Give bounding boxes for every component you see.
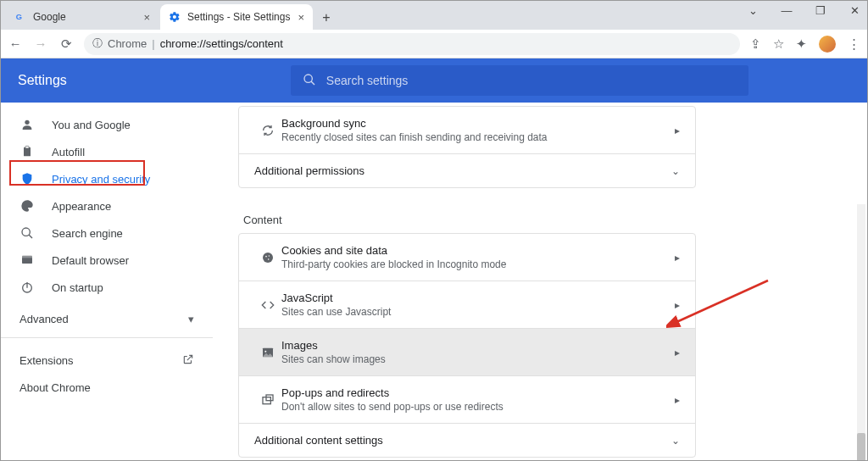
- site-info-icon[interactable]: ⓘ: [92, 36, 103, 51]
- svg-line-2: [311, 81, 314, 85]
- new-tab-button[interactable]: +: [314, 6, 338, 30]
- row-cookies[interactable]: Cookies and site data Third-party cookie…: [239, 234, 695, 280]
- svg-point-13: [265, 255, 267, 257]
- settings-search-input[interactable]: [326, 74, 737, 87]
- code-icon: [254, 298, 281, 312]
- google-favicon: G: [14, 11, 26, 23]
- row-title: Additional content settings: [254, 434, 671, 447]
- settings-header: Settings: [1, 58, 867, 103]
- chevron-right-icon: ▸: [675, 125, 680, 136]
- row-background-sync[interactable]: Background sync Recently closed sites ca…: [239, 107, 695, 153]
- sidebar-item-label: Privacy and security: [52, 173, 150, 186]
- row-title: Additional permissions: [254, 164, 671, 177]
- svg-point-12: [263, 253, 273, 263]
- browser-tab-strip: G Google × Settings - Site Settings × + …: [1, 1, 867, 30]
- back-icon[interactable]: ←: [8, 36, 23, 51]
- sidebar-item-default-browser[interactable]: Default browser: [1, 247, 213, 274]
- row-popups[interactable]: Pop-ups and redirects Don't allow sites …: [239, 375, 695, 423]
- svg-point-15: [268, 258, 270, 260]
- settings-title: Settings: [18, 73, 67, 88]
- sidebar-about-chrome[interactable]: About Chrome: [1, 375, 213, 401]
- clipboard-icon: [19, 145, 35, 158]
- scrollbar-thumb[interactable]: [857, 433, 865, 461]
- tab-label: Google: [33, 11, 66, 23]
- sidebar-item-privacy-security[interactable]: Privacy and security: [1, 165, 213, 192]
- palette-icon: [19, 199, 35, 213]
- sidebar-item-label: Search engine: [52, 227, 123, 240]
- external-link-icon: [182, 353, 194, 368]
- settings-main: Background sync Recently closed sites ca…: [213, 103, 867, 461]
- chevron-right-icon: ▸: [675, 394, 680, 406]
- chevron-down-icon: ⌄: [671, 165, 680, 177]
- sidebar-item-on-startup[interactable]: On startup: [1, 274, 213, 301]
- minimize-icon[interactable]: —: [777, 4, 796, 17]
- chevron-down-icon: ▾: [188, 313, 194, 325]
- divider: [1, 337, 213, 338]
- sidebar-item-label: Appearance: [52, 200, 111, 213]
- svg-line-7: [29, 235, 32, 238]
- address-bar[interactable]: ⓘ Chrome | chrome://settings/content: [84, 33, 740, 55]
- close-window-icon[interactable]: ✕: [845, 4, 864, 17]
- row-additional-permissions[interactable]: Additional permissions ⌄: [239, 153, 695, 187]
- row-title: Background sync: [281, 117, 675, 130]
- sidebar-item-label: On startup: [52, 281, 103, 294]
- profile-avatar[interactable]: [819, 36, 836, 53]
- browser-tab-google[interactable]: G Google ×: [6, 4, 159, 30]
- close-icon[interactable]: ×: [143, 11, 150, 24]
- window-controls: ⌄ — ❐ ✕: [743, 4, 864, 17]
- tab-label: Settings - Site Settings: [187, 11, 290, 23]
- svg-point-14: [269, 255, 270, 256]
- sidebar-item-label: Autofill: [52, 146, 85, 158]
- reload-icon[interactable]: ⟳: [58, 36, 74, 52]
- popup-icon: [254, 393, 281, 407]
- share-icon[interactable]: ⇪: [750, 36, 761, 52]
- kebab-menu-icon[interactable]: ⋮: [848, 36, 860, 52]
- maximize-icon[interactable]: ❐: [811, 4, 830, 17]
- svg-point-17: [264, 350, 266, 352]
- search-icon: [19, 226, 35, 240]
- sidebar-item-search-engine[interactable]: Search engine: [1, 219, 213, 247]
- row-additional-content[interactable]: Additional content settings ⌄: [239, 423, 695, 457]
- svg-point-1: [304, 75, 312, 82]
- sidebar-item-label: You and Google: [52, 119, 131, 131]
- row-sub: Sites can use Javascript: [281, 306, 675, 318]
- chevron-right-icon: ▸: [675, 252, 680, 264]
- sidebar-advanced-label: Advanced: [19, 313, 69, 325]
- browser-icon: [19, 253, 35, 267]
- row-javascript[interactable]: JavaScript Sites can use Javascript ▸: [239, 280, 695, 328]
- shield-icon: [19, 172, 35, 186]
- svg-rect-9: [22, 256, 32, 258]
- sidebar-advanced[interactable]: Advanced ▾: [1, 309, 213, 329]
- sidebar-about-label: About Chrome: [19, 381, 91, 394]
- svg-point-6: [22, 228, 30, 236]
- person-icon: [19, 118, 35, 131]
- content-card: Cookies and site data Third-party cookie…: [238, 233, 696, 458]
- content-section-label: Content: [238, 203, 696, 233]
- svg-rect-5: [25, 146, 29, 148]
- image-icon: [254, 346, 281, 359]
- chevron-right-icon: ▸: [675, 347, 680, 358]
- bookmark-icon[interactable]: ☆: [773, 36, 784, 52]
- forward-icon[interactable]: →: [33, 36, 48, 51]
- sidebar-extensions[interactable]: Extensions: [1, 347, 213, 375]
- search-icon: [303, 73, 316, 89]
- sidebar-item-you-and-google[interactable]: You and Google: [1, 111, 213, 138]
- svg-point-3: [25, 120, 29, 125]
- sidebar-item-autofill[interactable]: Autofill: [1, 138, 213, 165]
- chevron-down-icon[interactable]: ⌄: [743, 4, 762, 17]
- url-scheme: Chrome: [108, 37, 147, 50]
- power-icon: [19, 280, 35, 294]
- row-images[interactable]: Images Sites can show images ▸: [239, 328, 695, 375]
- browser-tab-settings[interactable]: Settings - Site Settings ×: [160, 4, 313, 30]
- sidebar-item-appearance[interactable]: Appearance: [1, 192, 213, 219]
- scrollbar-track[interactable]: [857, 204, 865, 461]
- permissions-card: Background sync Recently closed sites ca…: [238, 106, 696, 188]
- settings-search[interactable]: [291, 65, 748, 96]
- url-path: chrome://settings/content: [160, 37, 283, 50]
- row-sub: Recently closed sites can finish sending…: [281, 131, 675, 143]
- row-title: JavaScript: [281, 292, 675, 304]
- svg-text:G: G: [16, 13, 22, 21]
- close-icon[interactable]: ×: [298, 11, 304, 24]
- sidebar-extensions-label: Extensions: [19, 354, 74, 367]
- extensions-icon[interactable]: ✦: [796, 36, 807, 52]
